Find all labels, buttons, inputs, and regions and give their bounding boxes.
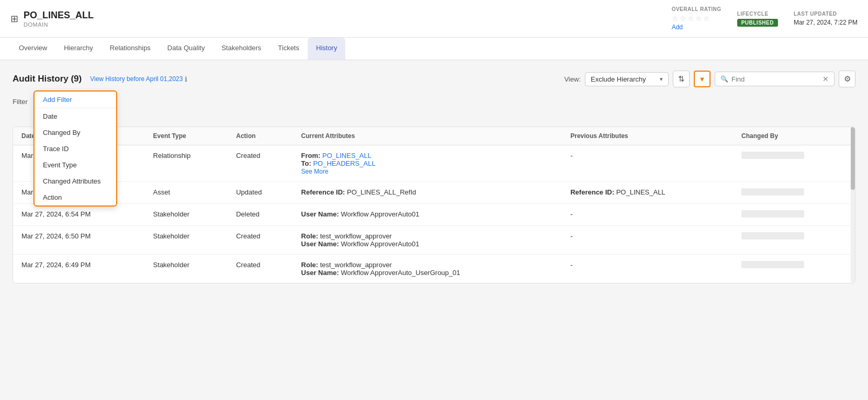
filter-changed-by-item[interactable]: Changed By [35, 124, 116, 141]
cell-prev-attrs: - [562, 204, 733, 226]
cell-action: Deleted [228, 204, 292, 226]
filter-icon: ▼ [699, 75, 706, 83]
changed-by-placeholder [741, 152, 804, 159]
settings-button[interactable]: ⚙ [839, 71, 855, 87]
scrollbar-track [851, 127, 855, 283]
filter-active-button[interactable]: ▼ [694, 71, 711, 87]
chevron-down-icon: ▾ [660, 76, 663, 83]
cell-event-type: Stakeholder [145, 255, 228, 283]
title-block: PO_LINES_ALL DOMAIN [24, 10, 94, 28]
cell-event-type: Stakeholder [145, 204, 228, 226]
cell-action: Created [228, 226, 292, 255]
star-4[interactable]: ☆ [695, 14, 702, 22]
star-2[interactable]: ☆ [680, 14, 686, 22]
page-subtitle: DOMAIN [24, 21, 94, 28]
scrollbar-thumb[interactable] [851, 127, 855, 190]
table-row: Mar 27, 2024, 6:49 PM Stakeholder Create… [13, 255, 855, 283]
header-left: ⊞ PO_LINES_ALL DOMAIN [10, 10, 94, 28]
updated-label: LAST UPDATED [794, 11, 837, 17]
lifecycle-badge: PUBLISHED [737, 19, 778, 27]
grid-icon: ⊞ [10, 13, 18, 25]
sort-button[interactable]: ⇅ [673, 71, 690, 87]
header-right: OVERALL RATING ☆ ☆ ☆ ☆ ☆ Add LIFECYCLE P… [672, 6, 858, 31]
info-icon: ℹ [185, 75, 187, 83]
cell-current-attrs: Role: test_workflow_approver User Name: … [293, 226, 562, 255]
changed-by-placeholder [741, 210, 804, 218]
add-filter-item[interactable]: Add Filter [35, 92, 116, 108]
find-input-container: 🔍 ✕ [715, 72, 835, 86]
cell-current-attrs: Reference ID: PO_LINES_ALL_RefId [293, 182, 562, 204]
star-3[interactable]: ☆ [687, 14, 694, 22]
gear-icon: ⚙ [844, 74, 851, 84]
tab-overview[interactable]: Overview [10, 38, 55, 60]
cell-event-type: Stakeholder [145, 226, 228, 255]
cell-date: Mar 27, 2024, 6:54 PM [13, 204, 145, 226]
search-icon: 🔍 [720, 75, 728, 83]
tab-data-quality[interactable]: Data Quality [159, 38, 213, 60]
rating-block: OVERALL RATING ☆ ☆ ☆ ☆ ☆ Add [672, 6, 722, 31]
cell-date: Mar 27, 2024, 6:50 PM [13, 226, 145, 255]
col-changed-by: Changed By [733, 127, 855, 145]
cell-changed-by [733, 226, 855, 255]
tab-relationships[interactable]: Relationships [102, 38, 159, 60]
see-more-link[interactable]: See More [301, 168, 329, 175]
from-link[interactable]: PO_LINES_ALL [322, 152, 371, 159]
cell-prev-attrs: - [562, 226, 733, 255]
filter-dropdown: Add Filter Date Changed By Trace ID Even… [33, 90, 117, 207]
cell-current-attrs: User Name: Workflow ApproverAuto01 [293, 204, 562, 226]
audit-controls: View: Exclude Hierarchy ▾ ⇅ ▼ 🔍 ✕ ⚙ [564, 71, 855, 87]
view-history-link[interactable]: View History before April 01,2023 ℹ [90, 75, 187, 83]
filter-changed-attributes-item[interactable]: Changed Attributes [35, 173, 116, 189]
tab-history[interactable]: History [308, 38, 345, 60]
to-link[interactable]: PO_HEADERS_ALL [313, 159, 375, 167]
cell-changed-by [733, 204, 855, 226]
page-header: ⊞ PO_LINES_ALL DOMAIN OVERALL RATING ☆ ☆… [0, 0, 868, 38]
lifecycle-block: LIFECYCLE PUBLISHED [737, 11, 778, 27]
close-icon[interactable]: ✕ [822, 75, 829, 83]
cell-prev-attrs: Reference ID: PO_LINES_ALL [562, 182, 733, 204]
tab-tickets[interactable]: Tickets [269, 38, 308, 60]
cell-event-type: Relationship [145, 145, 228, 182]
cell-prev-attrs: - [562, 255, 733, 283]
cell-current-attrs: From: PO_LINES_ALL To: PO_HEADERS_ALL Se… [293, 145, 562, 182]
cell-date: Mar 27, 2024, 6:49 PM [13, 255, 145, 283]
star-1[interactable]: ☆ [672, 14, 679, 22]
cell-changed-by [733, 255, 855, 283]
table-row: Mar 27, 2024, 6:50 PM Stakeholder Create… [13, 226, 855, 255]
last-updated-block: LAST UPDATED Mar 27, 2024, 7:22 PM [794, 11, 858, 26]
tab-hierarchy[interactable]: Hierarchy [55, 38, 102, 60]
cell-action: Created [228, 145, 292, 182]
cell-action: Created [228, 255, 292, 283]
cell-changed-by [733, 182, 855, 204]
filter-bar: Filter Add Filter Date Changed By Trace … [13, 96, 855, 106]
cell-action: Updated [228, 182, 292, 204]
filter-date-item[interactable]: Date [35, 108, 116, 124]
table-container: Date Event Type Action Current Attribute… [13, 127, 855, 283]
tab-stakeholders[interactable]: Stakeholders [213, 38, 269, 60]
audit-table: Date Event Type Action Current Attribute… [13, 127, 855, 283]
filter-trace-id-item[interactable]: Trace ID [35, 141, 116, 157]
star-5[interactable]: ☆ [703, 14, 710, 22]
col-previous-attrs: Previous Attributes [562, 127, 733, 145]
filter-event-type-item[interactable]: Event Type [35, 157, 116, 173]
cell-event-type: Asset [145, 182, 228, 204]
rating-add-link[interactable]: Add [672, 24, 683, 31]
col-event-type: Event Type [145, 127, 228, 145]
sort-icon: ⇅ [678, 74, 685, 84]
find-input[interactable] [731, 75, 819, 83]
col-action: Action [228, 127, 292, 145]
changed-by-placeholder [741, 261, 804, 268]
page-title: PO_LINES_ALL [24, 10, 94, 21]
view-select-value: Exclude Hierarchy [591, 75, 646, 83]
rating-label: OVERALL RATING [672, 6, 722, 12]
table-row: Mar 2 Asset Updated Reference ID: PO_LIN… [13, 182, 855, 204]
updated-value: Mar 27, 2024, 7:22 PM [794, 19, 858, 26]
cell-changed-by [733, 145, 855, 182]
main-content: Audit History (9) View History before Ap… [0, 60, 868, 294]
view-label: View: [564, 75, 581, 83]
filter-action-item[interactable]: Action [35, 189, 116, 205]
cell-prev-attrs: - [562, 145, 733, 182]
table-row: Mar 2 Relationship Created From: PO_LINE… [13, 145, 855, 182]
view-select[interactable]: Exclude Hierarchy ▾ [585, 72, 669, 86]
cell-current-attrs: Role: test_workflow_approver User Name: … [293, 255, 562, 283]
